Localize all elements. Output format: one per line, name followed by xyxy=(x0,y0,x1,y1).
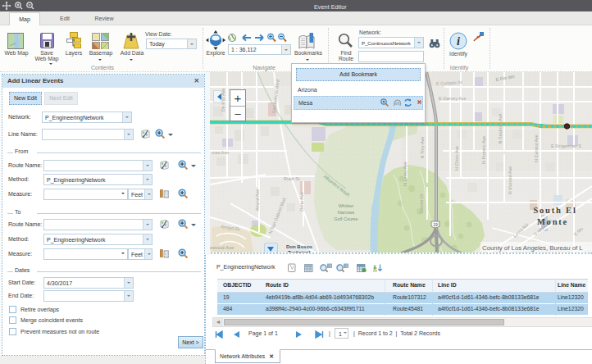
svg-text:i: i xyxy=(457,35,460,48)
